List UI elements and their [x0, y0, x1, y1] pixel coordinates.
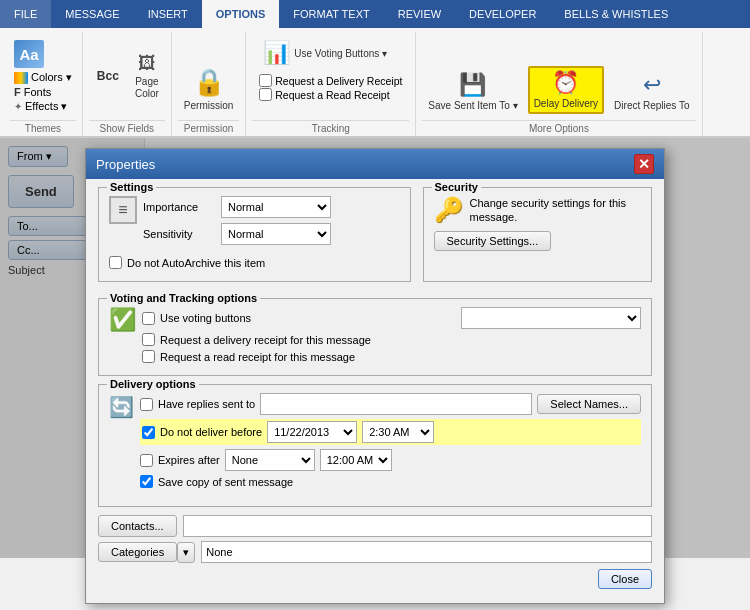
have-replies-checkbox[interactable] [140, 398, 153, 411]
security-group: Security 🔑 Change security settings for … [423, 187, 653, 282]
dlg-read-receipt-checkbox[interactable] [142, 350, 155, 363]
delivery-receipt-check-label[interactable]: Request a Delivery Receipt [259, 74, 402, 87]
autoarchive-row: Do not AutoArchive this item [109, 256, 400, 269]
expires-after-checkbox[interactable] [140, 454, 153, 467]
dialog-close-button[interactable]: ✕ [634, 154, 654, 174]
tab-insert[interactable]: INSERT [134, 0, 202, 28]
categories-button[interactable]: Categories [98, 542, 177, 562]
deliver-time-select[interactable]: 2:30 AM [362, 421, 434, 443]
ribbon-group-tracking: 📊 Use Voting Buttons ▾ Request a Deliver… [246, 32, 416, 136]
read-receipt-label: Request a Read Receipt [275, 89, 389, 101]
effects-label: Effects ▾ [25, 100, 67, 113]
contacts-row: Contacts... [98, 515, 652, 537]
fonts-button[interactable]: F Fonts [12, 85, 53, 99]
delivery-receipt-label: Request a Delivery Receipt [275, 75, 402, 87]
tab-bells-whistles[interactable]: BELLS & WHISTLES [550, 0, 682, 28]
use-voting-label: Use voting buttons [160, 312, 251, 324]
delay-delivery-icon: ⏰ [552, 70, 579, 96]
page-color-button[interactable]: 🖼 PageColor [131, 51, 163, 102]
categories-row: Categories ▾ None [98, 541, 652, 563]
contacts-button[interactable]: Contacts... [98, 515, 177, 537]
tracking-checks: Request a Delivery Receipt Request a Rea… [259, 70, 402, 105]
voting-icon: 📊 [263, 40, 290, 66]
bcc-icon: Bcc [95, 65, 121, 87]
use-voting-select[interactable] [461, 307, 641, 329]
dlg-delivery-receipt-checkbox[interactable] [142, 333, 155, 346]
dlg-delivery-receipt-row: Request a delivery receipt for this mess… [142, 333, 641, 346]
direct-replies-button[interactable]: ↩ Direct Replies To [610, 70, 693, 114]
use-voting-button[interactable]: 📊 Use Voting Buttons ▾ [259, 38, 391, 68]
autoarchive-checkbox[interactable] [109, 256, 122, 269]
read-receipt-check-label[interactable]: Request a Read Receipt [259, 88, 402, 101]
save-copy-checkbox[interactable] [140, 475, 153, 488]
contacts-input[interactable] [183, 515, 652, 537]
ribbon-group-more-options: 💾 Save Sent Item To ▾ ⏰ Delay Delivery ↩… [416, 32, 702, 136]
ribbon-group-themes: Aa Colors ▾ F Fonts ✦ Effects ▾ Themes [4, 32, 83, 136]
save-copy-row: Save copy of sent message [140, 475, 641, 488]
expires-after-row: Expires after None 12:00 AM [140, 449, 641, 471]
do-not-deliver-label: Do not deliver before [160, 426, 262, 438]
importance-select[interactable]: Normal Low High [221, 196, 331, 218]
close-button[interactable]: Close [598, 569, 652, 589]
do-not-deliver-checkbox[interactable] [142, 426, 155, 439]
expires-date-select[interactable]: None [225, 449, 315, 471]
delivery-receipt-checkbox[interactable] [259, 74, 272, 87]
settings-fields: Importance Normal Low High Sensitivity [143, 196, 331, 250]
have-replies-input[interactable] [260, 393, 532, 415]
sensitivity-select[interactable]: Normal Personal Private Confidential [221, 223, 331, 245]
tab-review[interactable]: REVIEW [384, 0, 455, 28]
do-not-deliver-row: Do not deliver before 11/22/2013 2:30 AM [140, 419, 641, 445]
save-copy-label: Save copy of sent message [158, 476, 293, 488]
read-receipt-checkbox[interactable] [259, 88, 272, 101]
have-replies-label: Have replies sent to [158, 398, 255, 410]
categories-dropdown-button[interactable]: ▾ [177, 542, 195, 563]
expires-time-select[interactable]: 12:00 AM [320, 449, 392, 471]
colors-button[interactable]: Colors ▾ [12, 70, 74, 85]
permission-label: Permission [184, 100, 233, 112]
tab-file[interactable]: FILE [0, 0, 51, 28]
permission-group-label: Permission [178, 120, 239, 134]
save-sent-icon: 💾 [459, 72, 486, 98]
tab-message[interactable]: MESSAGE [51, 0, 133, 28]
voting-tracking-label: Voting and Tracking options [107, 292, 260, 304]
themes-button[interactable]: Aa [12, 38, 46, 70]
colors-label: Colors ▾ [31, 71, 72, 84]
expires-after-label: Expires after [158, 454, 220, 466]
tab-options[interactable]: OPTIONS [202, 0, 280, 28]
categories-btn-group: Categories ▾ [98, 542, 195, 563]
save-sent-button[interactable]: 💾 Save Sent Item To ▾ [424, 70, 521, 114]
ribbon-tab-bar: FILE MESSAGE INSERT OPTIONS FORMAT TEXT … [0, 0, 750, 28]
effects-button[interactable]: ✦ Effects ▾ [12, 99, 69, 114]
settings-icon: ≡ [109, 196, 137, 224]
settings-label: Settings [107, 181, 156, 193]
delivery-options-group: Delivery options 🔄 Have replies sent to … [98, 384, 652, 507]
sensitivity-row: Sensitivity Normal Personal Private Conf… [143, 223, 331, 245]
more-options-group-label: More Options [422, 120, 695, 134]
voting-group-icon: ✅ [109, 307, 136, 333]
ribbon-content-area: Aa Colors ▾ F Fonts ✦ Effects ▾ Themes [0, 28, 750, 137]
themes-icon: Aa [14, 40, 44, 68]
colors-icon [14, 72, 28, 84]
use-voting-checkbox[interactable] [142, 312, 155, 325]
close-bar: Close [98, 563, 652, 591]
permission-button[interactable]: 🔒 Permission [180, 65, 237, 114]
settings-security-row: Settings ≡ Importance Normal Low High [98, 187, 652, 290]
show-fields-group-label: Show Fields [89, 120, 165, 134]
direct-replies-icon: ↩ [643, 72, 661, 98]
deliver-date-select[interactable]: 11/22/2013 [267, 421, 357, 443]
delivery-options-label: Delivery options [107, 378, 199, 390]
ribbon-group-show-fields: Bcc 🖼 PageColor Show Fields [83, 32, 172, 136]
use-voting-row: Use voting buttons [142, 307, 641, 329]
tab-format-text[interactable]: FORMAT TEXT [279, 0, 383, 28]
delay-delivery-button[interactable]: ⏰ Delay Delivery [528, 66, 604, 114]
delay-delivery-label: Delay Delivery [534, 98, 598, 110]
select-names-button[interactable]: Select Names... [537, 394, 641, 414]
tab-developer[interactable]: DEVELOPER [455, 0, 550, 28]
security-settings-button[interactable]: Security Settings... [434, 231, 552, 251]
tracking-group-label: Tracking [252, 120, 409, 134]
categories-input[interactable]: None [201, 541, 652, 563]
bcc-button[interactable]: Bcc [91, 63, 125, 89]
autoarchive-label: Do not AutoArchive this item [127, 257, 265, 269]
ribbon: FILE MESSAGE INSERT OPTIONS FORMAT TEXT … [0, 0, 750, 138]
page-color-label: PageColor [135, 76, 159, 100]
